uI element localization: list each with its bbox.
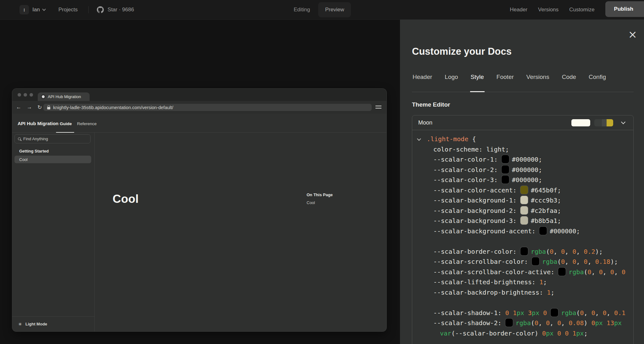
panel-tab-versions[interactable]: Versions — [526, 72, 550, 92]
code-token: .light-mode — [427, 135, 468, 143]
light-mode-toggle[interactable]: ✳ Light Mode — [12, 316, 95, 331]
theme-code-editor[interactable]: .light-mode {color-scheme: light;--scala… — [412, 130, 633, 344]
code-token — [603, 319, 607, 327]
code-token: --scalar-shadow-1: — [433, 309, 505, 317]
docs-tab-reference[interactable]: Reference — [77, 121, 97, 126]
code-token: --scalar-color-1: — [433, 156, 502, 163]
code-token: #000000; — [550, 227, 580, 235]
url-bar: knightly-ladle-35s6b.apidocumentation.co… — [43, 104, 372, 111]
panel-tabs: HeaderLogoStyleFooterVersionsCodeConfig — [412, 72, 634, 92]
color-swatch[interactable] — [520, 247, 528, 255]
color-swatch[interactable] — [520, 216, 528, 225]
browser-tab: API Hub Migration — [38, 92, 90, 101]
code-token: 0 — [599, 268, 603, 276]
docs-search-input[interactable]: Find Anything — [14, 134, 91, 143]
code-token: 0.1 — [614, 309, 625, 317]
docs-navbar: API Hub Migration Guide Reference — [12, 114, 386, 133]
traffic-dot-icon — [24, 93, 27, 97]
topbar-customize-link[interactable]: Customize — [569, 7, 594, 13]
code-line — [412, 236, 633, 247]
code-line: var(--scalar-border-color) 0px 0 0 1px; — [412, 328, 633, 339]
color-swatch[interactable] — [558, 268, 566, 276]
mode-preview-button[interactable]: Preview — [318, 2, 351, 17]
workspace-logo-letter: I — [24, 7, 25, 13]
code-token — [569, 330, 572, 337]
code-token — [553, 330, 557, 337]
color-swatch[interactable] — [502, 155, 509, 163]
lock-icon — [47, 107, 50, 109]
theme-select-value: Moon — [418, 119, 571, 126]
color-swatch[interactable] — [520, 196, 528, 204]
code-token: 0 — [546, 319, 550, 327]
sidebar-item-cool[interactable]: Cool — [14, 156, 91, 163]
color-swatch[interactable] — [502, 165, 509, 174]
forward-arrow-icon: → — [27, 104, 32, 110]
panel-tab-config[interactable]: Config — [588, 72, 607, 92]
publish-button[interactable]: Publish — [605, 1, 644, 17]
back-arrow-icon: ← — [16, 104, 21, 110]
color-swatch[interactable] — [520, 186, 528, 194]
code-token: , — [576, 258, 584, 265]
code-token: 0 — [543, 309, 547, 317]
code-token: px — [576, 330, 584, 337]
code-line: --scalar-backdrop-brightness: 1; — [412, 287, 633, 298]
github-star-button[interactable]: Star · 9686 — [97, 6, 134, 13]
panel-tab-style[interactable]: Style — [470, 72, 485, 92]
code-token: 1 — [513, 309, 517, 317]
site-favicon-icon — [41, 94, 46, 99]
fold-chevron-icon[interactable] — [417, 137, 421, 141]
code-token: 0 — [588, 268, 591, 276]
color-swatch[interactable] — [539, 227, 547, 235]
code-token — [539, 309, 543, 317]
code-token: ); — [595, 248, 603, 255]
code-line: --scalar-border-color: rgba(0, 0, 0, 0.2… — [412, 247, 633, 257]
code-token: --scalar-color-2: — [433, 166, 502, 174]
close-icon[interactable]: × — [628, 29, 637, 40]
projects-link[interactable]: Projects — [58, 7, 78, 13]
panel-tab-logo[interactable]: Logo — [444, 72, 458, 92]
code-token: , — [561, 319, 569, 327]
code-token: 0 — [561, 258, 565, 265]
color-swatch[interactable] — [502, 175, 509, 184]
code-line: --scalar-scrollbar-color: rgba(0, 0, 0, … — [412, 257, 633, 267]
code-line: --scalar-shadow-2: rgba(0, 0, 0, 0.08) 0… — [412, 318, 633, 328]
code-token: 0 — [591, 319, 595, 327]
browser-tab-title: API Hub Migration — [48, 94, 81, 99]
code-token: 0 — [572, 258, 576, 265]
code-token: 1 — [572, 330, 576, 337]
topbar-versions-link[interactable]: Versions — [538, 7, 558, 13]
theme-select[interactable]: Moon — [412, 115, 633, 130]
code-token: px — [532, 309, 539, 317]
code-token: 0 — [561, 248, 565, 255]
theme-swatch-segment — [607, 119, 613, 126]
code-token: --scalar-border-color: — [433, 248, 520, 255]
code-token: 0 — [622, 268, 625, 276]
color-swatch[interactable] — [532, 257, 539, 265]
code-token: , — [607, 309, 614, 317]
toc-link-cool[interactable]: Cool — [307, 200, 333, 205]
code-token: rgba — [561, 309, 576, 317]
refresh-icon: ↻ — [37, 104, 42, 111]
code-token: ( — [584, 268, 588, 276]
code-token: ); — [610, 258, 618, 265]
mode-editing-button[interactable]: Editing — [289, 3, 314, 17]
code-token: { — [468, 135, 476, 143]
topbar-header-link[interactable]: Header — [510, 7, 527, 13]
code-token: px — [517, 309, 524, 317]
code-line: --scalar-background-1: #ccc9b3; — [412, 195, 633, 206]
color-swatch[interactable] — [520, 206, 528, 214]
panel-tab-header[interactable]: Header — [412, 72, 433, 92]
color-swatch[interactable] — [505, 319, 513, 327]
code-token: 1 — [539, 278, 543, 286]
search-icon — [18, 137, 21, 140]
color-swatch[interactable] — [551, 308, 558, 317]
code-line: --scalar-lifted-brightness: 1; — [412, 277, 633, 287]
docs-tab-guide[interactable]: Guide — [60, 121, 72, 126]
workspace-menu[interactable]: Ian — [32, 7, 45, 13]
panel-tab-code[interactable]: Code — [561, 72, 577, 92]
panel-tab-footer[interactable]: Footer — [496, 72, 514, 92]
workspace-logo[interactable]: I — [19, 5, 29, 14]
theme-editor-heading: Theme Editor — [412, 101, 450, 108]
theme-dark-swatch — [594, 119, 613, 126]
code-line: --scalar-background-3: #b8b5a1; — [412, 216, 633, 226]
